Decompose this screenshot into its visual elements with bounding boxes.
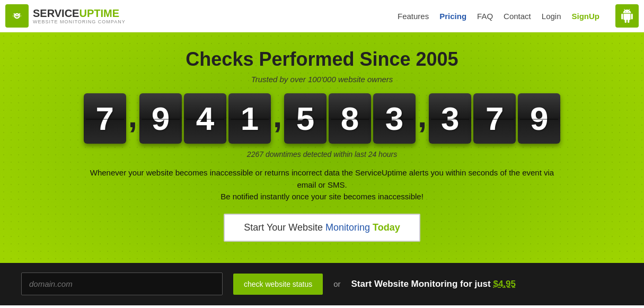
hero-title: Checks Performed Since 2005	[32, 48, 612, 71]
logo-area: SERVICEUPTIME WEBSITE MONITORING COMPANY	[5, 4, 126, 28]
bottom-bar: check website status or Start Website Mo…	[0, 263, 644, 305]
counter-comma-2: ,	[273, 97, 282, 140]
counter-digit-9: 7	[473, 93, 516, 144]
counter: 7 , 9 4 1 , 5 8 3 , 3 7 9	[32, 93, 612, 144]
cta-monitoring: Monitoring	[325, 222, 370, 233]
check-status-button[interactable]: check website status	[233, 274, 323, 295]
bottom-cta-price: $4.95	[493, 279, 516, 289]
nav-features[interactable]: Features	[398, 12, 429, 21]
counter-digit-1: 7	[84, 93, 126, 144]
nav-faq[interactable]: FAQ	[477, 12, 493, 21]
hero-subtitle: Trusted by over 100'000 website owners	[32, 75, 612, 84]
hero-description: Whenever your website becomes inaccessib…	[84, 167, 561, 203]
counter-digit-2: 9	[139, 93, 182, 144]
header: SERVICEUPTIME WEBSITE MONITORING COMPANY…	[0, 0, 644, 32]
cta-button[interactable]: Start Your Website Monitoring Today	[224, 214, 420, 242]
android-button[interactable]	[615, 4, 639, 28]
nav-signup[interactable]: SignUp	[572, 12, 600, 21]
domain-input[interactable]	[21, 272, 223, 295]
nav-contact[interactable]: Contact	[504, 12, 531, 21]
hero-content: Checks Performed Since 2005 Trusted by o…	[32, 48, 612, 242]
bottom-cta-label: Start Website Monitoring for just	[351, 279, 493, 289]
main-nav: Features Pricing FAQ Contact Login SignU…	[398, 4, 639, 28]
logo-icon	[5, 4, 29, 28]
counter-comma-1: ,	[128, 97, 137, 140]
counter-digit-7: 3	[373, 93, 416, 144]
counter-digit-5: 5	[284, 93, 327, 144]
nav-login[interactable]: Login	[542, 12, 561, 21]
counter-digit-8: 3	[429, 93, 471, 144]
counter-comma-3: ,	[418, 97, 427, 140]
or-divider: or	[333, 279, 340, 288]
logo-tagline: WEBSITE MONITORING COMPANY	[33, 19, 126, 24]
bottom-cta-text: Start Website Monitoring for just $4.95	[351, 279, 516, 289]
nav-pricing[interactable]: Pricing	[439, 12, 466, 21]
counter-digit-3: 4	[184, 93, 226, 144]
counter-digit-6: 8	[329, 93, 371, 144]
logo-brand: SERVICEUPTIME	[33, 7, 126, 19]
counter-digit-4: 1	[228, 93, 271, 144]
cta-today: Today	[373, 222, 400, 233]
hero-section: Checks Performed Since 2005 Trusted by o…	[0, 32, 644, 263]
counter-digit-10: 9	[518, 93, 560, 144]
counter-note: 2267 downtimes detected within last 24 h…	[32, 150, 612, 159]
logo-text: SERVICEUPTIME WEBSITE MONITORING COMPANY	[33, 7, 126, 24]
